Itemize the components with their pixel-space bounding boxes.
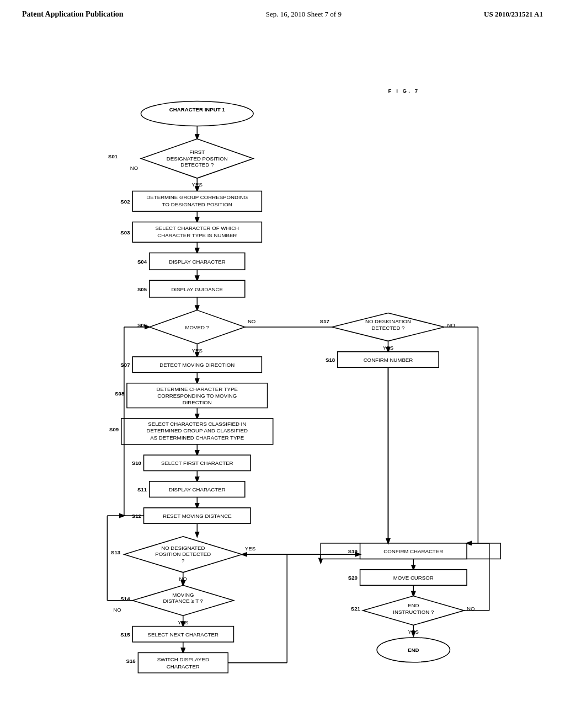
s18-id: S18 bbox=[326, 357, 335, 363]
s02-id: S02 bbox=[120, 199, 130, 205]
s06-label: MOVED ? bbox=[185, 324, 210, 330]
s04-label: DISPLAY CHARACTER bbox=[169, 259, 226, 265]
diagram-area: F I G. 7 CHARACTER INPUT 1 FIRST DESIGNA… bbox=[33, 83, 530, 700]
s08-label2: CORRESPONDING TO MOVING bbox=[157, 393, 237, 399]
s14-label1: MOVING bbox=[172, 592, 194, 598]
s20-label: MOVE CURSOR bbox=[393, 575, 434, 581]
s10-label: SELECT FIRST CHARACTER bbox=[161, 460, 233, 466]
s08-id: S08 bbox=[115, 390, 125, 397]
s06-no: NO bbox=[248, 318, 256, 324]
start-label: CHARACTER INPUT 1 bbox=[169, 106, 225, 113]
s13-yes: YES bbox=[245, 545, 255, 552]
s15-id: S15 bbox=[120, 631, 130, 638]
s19-label: CONFIRM CHARACTER bbox=[383, 548, 443, 554]
s07-label: DETECT MOVING DIRECTION bbox=[159, 362, 234, 368]
s09-label3: AS DETERMINED CHARACTER TYPE bbox=[150, 435, 244, 441]
s08-label1: DETERMINE CHARACTER TYPE bbox=[157, 386, 238, 392]
s13-id: S13 bbox=[111, 549, 121, 555]
s03-label1: SELECT CHARACTER OF WHICH bbox=[155, 225, 239, 231]
s13-label1: NO DESIGNATED bbox=[161, 545, 205, 551]
s03-id: S03 bbox=[120, 229, 130, 235]
s05-label: DISPLAY GUIDANCE bbox=[171, 286, 223, 292]
s13-label2: POSITION DETECTED bbox=[155, 551, 211, 557]
fig-label: F I G. 7 bbox=[388, 88, 419, 94]
s15-label: SELECT NEXT CHARACTER bbox=[148, 631, 218, 638]
s14-label2: DISTANCE ≥ T ? bbox=[163, 598, 204, 604]
s16-label1: SWITCH DISPLAYED bbox=[157, 656, 209, 662]
header-center: Sep. 16, 2010 Sheet 7 of 9 bbox=[266, 10, 342, 19]
s01-label3: DETECTED ? bbox=[180, 162, 214, 168]
s10-id: S10 bbox=[132, 460, 141, 466]
s08-label3: DIRECTION bbox=[183, 399, 212, 405]
s21-label2: INSTRUCTION ? bbox=[393, 609, 434, 615]
s09-id: S09 bbox=[109, 426, 119, 432]
s07-id: S07 bbox=[120, 362, 130, 368]
header-right: US 2010/231521 A1 bbox=[484, 10, 543, 19]
s04-id: S04 bbox=[137, 259, 147, 265]
s21-label1: END bbox=[408, 602, 419, 608]
s01-label: FIRST bbox=[189, 149, 205, 155]
s12-label: RESET MOVING DISTANCE bbox=[163, 513, 232, 519]
s18-label: CONFIRM NUMBER bbox=[364, 357, 413, 363]
header-left: Patent Application Publication bbox=[22, 10, 124, 19]
s01-no: NO bbox=[130, 165, 138, 171]
s16-label2: CHARACTER bbox=[167, 663, 200, 670]
end-label: END bbox=[408, 647, 419, 653]
s21-id: S21 bbox=[351, 606, 361, 612]
s03-label2: CHARACTER TYPE IS NUMBER bbox=[157, 232, 237, 238]
s11-label: DISPLAY CHARACTER bbox=[169, 486, 226, 493]
s01-label2: DESIGNATED POSITION bbox=[167, 156, 228, 162]
s11-id: S11 bbox=[137, 486, 147, 493]
s17-label1: NO DESIGNATION bbox=[365, 318, 411, 324]
s05-id: S05 bbox=[137, 286, 147, 292]
s02-label2: TO DESIGNATED POSITION bbox=[162, 201, 232, 207]
s13-label3: ? bbox=[182, 558, 185, 564]
s19-id: S19 bbox=[348, 548, 358, 554]
svg-point-0 bbox=[141, 101, 253, 126]
s02-label1: DETERMINE GROUP CORRESPONDING bbox=[146, 194, 248, 200]
s01-id: S01 bbox=[108, 153, 118, 159]
s16-id: S16 bbox=[126, 658, 136, 664]
s14-no: NO bbox=[113, 607, 121, 613]
s09-label1: SELECT CHARACTERS CLASSIFIED IN bbox=[148, 421, 246, 427]
s17-id: S17 bbox=[320, 318, 329, 324]
page-header: Patent Application Publication Sep. 16, … bbox=[0, 0, 565, 19]
s09-label2: DETERMINED GROUP AND CLASSIFIED bbox=[147, 427, 248, 433]
s17-label2: DETECTED ? bbox=[371, 325, 405, 331]
s20-id: S20 bbox=[348, 575, 358, 581]
